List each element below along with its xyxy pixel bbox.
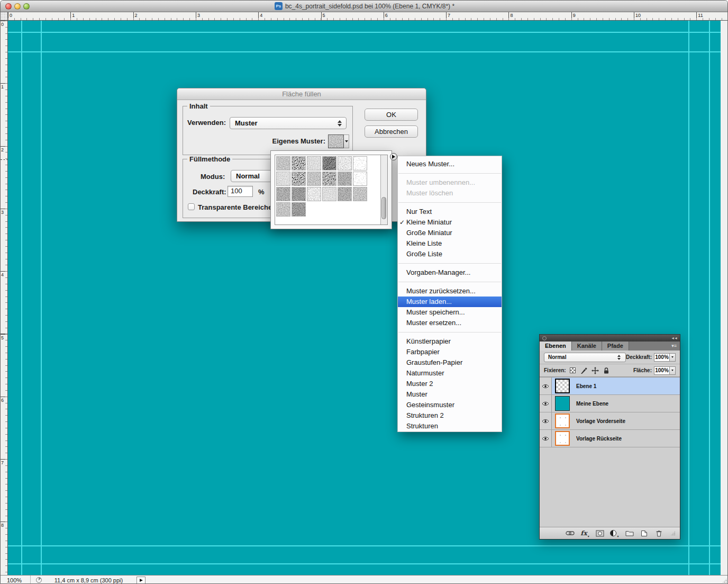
document-info[interactable]: 11,4 cm x 8,9 cm (300 ppi) (45, 577, 132, 583)
layer-thumbnail[interactable] (555, 396, 570, 411)
layer-name[interactable]: Meine Ebene (576, 401, 608, 407)
lock-position-move-icon[interactable] (592, 367, 599, 374)
pattern-swatch[interactable] (338, 172, 352, 186)
opacity-dropdown-arrow[interactable] (670, 353, 676, 362)
pattern-swatch[interactable] (353, 156, 367, 170)
context-menu-item[interactable]: Kleine Liste (398, 238, 502, 249)
layer-visibility-eye-icon[interactable] (540, 430, 552, 447)
context-menu-item[interactable]: Große Miniatur (398, 228, 502, 238)
pattern-swatch[interactable] (338, 156, 352, 170)
lock-transparency-icon[interactable] (569, 367, 577, 374)
pattern-swatch[interactable] (276, 172, 290, 186)
link-layers-icon[interactable] (566, 529, 575, 538)
layer-thumbnail[interactable] (555, 379, 570, 393)
layer-style-fx-icon[interactable]: fx▾ (580, 529, 589, 538)
ruler-left[interactable]: 012345678 (1, 21, 8, 575)
tab-pfade[interactable]: Pfade (602, 342, 629, 351)
layer-name[interactable]: Vorlage Vorderseite (576, 418, 625, 424)
context-menu-item[interactable]: Muster speichern... (398, 307, 502, 318)
layer-name[interactable]: Vorlage Rückseite (576, 436, 622, 442)
close-button[interactable] (5, 3, 12, 10)
layer-visibility-eye-icon[interactable] (540, 378, 552, 394)
scrollbar-thumb[interactable] (381, 197, 386, 219)
panel-menu-icon[interactable]: ▾≡ (671, 344, 677, 348)
panel-resize-grip[interactable] (670, 531, 676, 536)
context-menu-item[interactable]: Naturmuster (398, 368, 502, 379)
layer-row[interactable]: Vorlage Vorderseite (540, 412, 680, 430)
layer-visibility-eye-icon[interactable] (540, 395, 552, 412)
context-menu-item[interactable]: Muster 2 (398, 379, 502, 389)
layer-visibility-eye-icon[interactable] (540, 412, 552, 429)
context-menu-item[interactable]: Neues Muster... (398, 159, 502, 169)
new-layer-icon[interactable] (640, 529, 649, 538)
context-menu-item[interactable]: Große Liste (398, 249, 502, 259)
delete-layer-trash-icon[interactable] (654, 529, 663, 538)
lock-pixels-brush-icon[interactable] (580, 367, 588, 374)
pattern-swatch[interactable] (338, 187, 352, 201)
tab-kanaele[interactable]: Kanäle (572, 342, 602, 351)
context-menu-item[interactable]: Muster zurücksetzen... (398, 286, 502, 297)
panel-close-icon[interactable] (542, 336, 547, 340)
layer-name[interactable]: Ebene 1 (576, 383, 596, 389)
pattern-swatch[interactable] (307, 187, 321, 201)
collapse-panel-icon[interactable]: ◄◄ (671, 336, 677, 340)
context-menu-item[interactable]: Muster (398, 389, 502, 400)
pattern-swatch[interactable] (276, 202, 290, 217)
pattern-swatch[interactable] (292, 187, 306, 201)
pattern-swatch[interactable] (292, 156, 306, 170)
context-menu-item[interactable]: Vorgaben-Manager... (398, 267, 502, 278)
new-group-folder-icon[interactable] (625, 529, 634, 538)
fill-dropdown-arrow[interactable] (670, 366, 676, 375)
pattern-swatch[interactable] (307, 172, 321, 186)
context-menu-item[interactable]: Gesteinsmuster (398, 400, 502, 410)
context-menu-item[interactable]: ✓Kleine Miniatur (398, 217, 502, 228)
window-resize-grip[interactable] (722, 578, 727, 583)
custom-pattern-dropdown-arrow[interactable] (344, 134, 349, 148)
pattern-swatch[interactable] (276, 187, 290, 201)
pattern-swatch[interactable] (322, 172, 336, 186)
pattern-swatch[interactable] (322, 187, 336, 201)
blend-mode-dropdown[interactable]: Normal (544, 353, 626, 362)
context-menu-item[interactable]: Künstlerpapier (398, 336, 502, 347)
pattern-swatch[interactable] (322, 156, 336, 170)
ruler-corner[interactable] (1, 12, 8, 21)
panel-header-bar[interactable]: ◄◄ (540, 335, 680, 342)
lock-all-padlock-icon[interactable] (603, 367, 610, 374)
custom-pattern-swatch[interactable] (328, 134, 344, 148)
zoom-level-field[interactable]: 100% (1, 577, 28, 583)
pattern-flyout-menu-button[interactable] (390, 153, 397, 160)
ruler-top[interactable]: 01234567891011 (8, 12, 728, 21)
zoom-button[interactable] (23, 3, 30, 10)
layer-row[interactable]: Vorlage Rückseite (540, 430, 680, 447)
add-layer-mask-icon[interactable] (595, 529, 604, 538)
fill-value[interactable]: 100% (654, 366, 670, 375)
pattern-swatch[interactable] (276, 156, 290, 170)
tab-ebenen[interactable]: Ebenen (540, 342, 572, 351)
pattern-swatch[interactable] (292, 172, 306, 186)
context-menu-item[interactable]: Muster ersetzen... (398, 318, 502, 328)
fill-dialog-titlebar[interactable]: Fläche füllen (177, 88, 426, 100)
adjustment-layer-icon[interactable]: ▾ (610, 529, 619, 538)
context-menu-item[interactable]: Farbpapier (398, 347, 502, 357)
layer-row[interactable]: Meine Ebene (540, 395, 680, 412)
layer-thumbnail[interactable] (555, 431, 570, 446)
context-menu-item[interactable]: Nur Text (398, 206, 502, 217)
opacity-input[interactable]: 100 (228, 186, 253, 197)
window-titlebar[interactable]: Ps bc_4s_portrait_sidefold.psd bei 100% … (1, 1, 728, 12)
context-menu-item[interactable]: Strukturen (398, 421, 502, 432)
ok-button[interactable]: OK (365, 109, 418, 121)
pattern-scrollbar[interactable] (380, 155, 387, 224)
context-menu-item[interactable]: Muster laden... (398, 297, 502, 307)
layer-thumbnail[interactable] (555, 414, 570, 428)
context-menu-item[interactable]: Graustufen-Papier (398, 357, 502, 368)
cancel-button[interactable]: Abbrechen (365, 125, 418, 138)
status-options-button[interactable] (136, 577, 145, 584)
pattern-swatch[interactable] (307, 156, 321, 170)
pattern-swatch[interactable] (292, 202, 306, 217)
panel-opacity-value[interactable]: 100% (654, 353, 670, 362)
minimize-button[interactable] (14, 3, 21, 10)
pattern-swatch[interactable] (353, 172, 367, 186)
pattern-swatch[interactable] (353, 187, 367, 201)
context-menu-item[interactable]: Strukturen 2 (398, 410, 502, 421)
preserve-transparency-checkbox[interactable] (188, 203, 195, 210)
